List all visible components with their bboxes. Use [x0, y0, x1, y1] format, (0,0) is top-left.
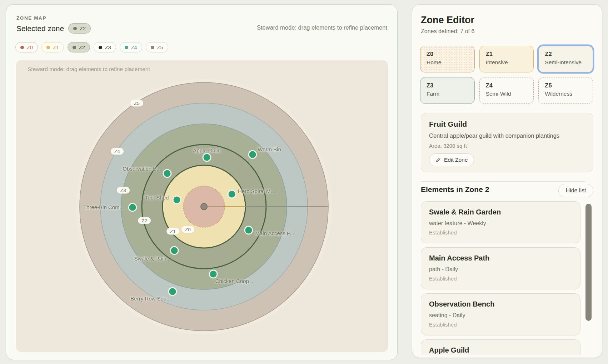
zone-card-grid: Z0HomeZ1IntensiveZ2Semi-IntensiveZ3FarmZ… — [420, 46, 593, 104]
zone-element-marker[interactable] — [170, 247, 178, 254]
legend-chip-label: Z5 — [157, 45, 163, 50]
zone-element-label: Berry Row Sou... — [130, 295, 171, 302]
element-title: Observation Bench — [429, 300, 572, 308]
legend-chip-label: Z3 — [105, 45, 111, 50]
zone-color-dot — [99, 46, 102, 49]
legend-chip-z4[interactable]: Z4 — [120, 42, 142, 52]
zone-color-dot — [73, 46, 76, 49]
hide-list-button[interactable]: Hide list — [558, 184, 593, 197]
legend-chip-z1[interactable]: Z1 — [41, 42, 64, 52]
zone-element-marker[interactable] — [209, 270, 217, 278]
element-card[interactable]: Swale & Rain Gardenwater feature - Weekl… — [421, 201, 580, 243]
zone-card-code: Z3 — [427, 82, 468, 89]
section-divider — [421, 181, 585, 182]
zone-color-dot — [73, 27, 77, 30]
zone-card-name: Semi-Intensive — [545, 59, 587, 66]
zone-editor-panel: Zone Editor Zones defined: 7 of 6 Z0Home… — [412, 4, 602, 358]
zone-element-marker[interactable] — [173, 196, 181, 204]
element-card[interactable]: Main Access Pathpath - DailyEstablished — [421, 247, 580, 289]
zone-element-label: Main Access P... — [255, 230, 294, 236]
element-card[interactable]: Observation Benchseating - DailyEstablis… — [421, 293, 580, 335]
zone-detail-card: Fruit Guild Central apple/pear guild wit… — [421, 113, 593, 172]
zone-card-code: Z4 — [486, 82, 528, 89]
legend-chip-label: Z0 — [27, 45, 33, 50]
zone-color-dot — [46, 46, 50, 49]
legend-chip-z5[interactable]: Z5 — [146, 42, 168, 52]
zone-ring-badge-z5: Z5 — [130, 100, 143, 107]
elements-in-zone-header: Elements in Zone 2 — [421, 185, 489, 194]
zone-element-label: Herb Spiral M... — [238, 188, 275, 194]
zone-element-marker[interactable] — [203, 153, 211, 161]
zone-card-z5[interactable]: Z5Wilderness — [538, 77, 593, 104]
element-status: Established — [429, 322, 572, 328]
element-status: Established — [429, 229, 572, 236]
zone-map-canvas[interactable]: Steward mode: drag elements to refine pl… — [16, 60, 388, 352]
zones-defined-count: Zones defined: 7 of 6 — [421, 28, 474, 35]
zone-ring-badge-z2: Z2 — [138, 217, 151, 224]
zone-card-code: Z1 — [486, 51, 528, 57]
element-title: Apple Guild — [429, 346, 572, 354]
zone-ring-badge-z4: Z4 — [111, 148, 124, 155]
legend-chip-label: Z2 — [79, 45, 85, 50]
zone-card-code: Z0 — [427, 51, 468, 57]
zone-element-marker[interactable] — [169, 288, 176, 295]
zone-element-label: Observation B... — [123, 166, 161, 172]
zone-card-name: Intensive — [486, 59, 528, 66]
zone-card-name: Wilderness — [545, 91, 587, 97]
legend-chip-z2[interactable]: Z2 — [68, 42, 90, 52]
zone-color-dot — [125, 46, 128, 49]
zone-element-label: Tool Shed — [145, 194, 169, 201]
selected-zone-chip-label: Z2 — [80, 26, 86, 31]
zone-element-label: Chicken Coop ... — [215, 278, 255, 284]
legend-chip-label: Z1 — [53, 45, 59, 50]
zone-card-z2[interactable]: Z2Semi-Intensive — [538, 46, 593, 72]
zone-card-z3[interactable]: Z3Farm — [420, 77, 475, 104]
canvas-steward-note: Steward mode: drag elements to refine pl… — [28, 66, 150, 72]
zone-card-name: Semi-Wild — [486, 91, 528, 97]
edit-zone-label: Edit Zone — [444, 157, 468, 163]
zone-detail-title: Fruit Guild — [429, 120, 585, 128]
zone-card-z0[interactable]: Z0Home — [420, 46, 475, 72]
element-meta: seating - Daily — [429, 312, 572, 319]
zone-card-z4[interactable]: Z4Semi-Wild — [479, 77, 534, 104]
zone-legend: Z0Z1Z2Z3Z4Z5 — [15, 42, 168, 52]
zone-element-marker[interactable] — [245, 226, 253, 234]
edit-zone-button[interactable]: Edit Zone — [429, 153, 474, 166]
zone-elements-list: Swale & Rain Gardenwater feature - Weekl… — [421, 201, 580, 355]
zone-element-marker[interactable] — [163, 170, 171, 177]
element-card[interactable]: Apple Guild — [421, 339, 580, 355]
zone-card-code: Z2 — [545, 51, 587, 57]
zone-card-name: Home — [427, 59, 468, 66]
zone-element-marker[interactable] — [228, 190, 236, 198]
zone-element-label: Worm Bin — [258, 146, 281, 152]
zone-map-kicker: ZONE MAP — [16, 15, 46, 21]
zone-element-marker[interactable] — [129, 203, 136, 211]
zone-element-label: Swale & Rain ... — [134, 256, 173, 262]
element-title: Swale & Rain Garden — [429, 208, 572, 216]
element-meta: path - Daily — [429, 266, 572, 273]
selected-zone-label: Selected zone — [16, 24, 64, 33]
editor-title: Zone Editor — [421, 15, 474, 26]
zone-element-label: Apple Guild — [193, 147, 221, 153]
zone-color-dot — [20, 46, 24, 49]
zone-detail-area: Area: 3200 sq ft — [429, 143, 585, 149]
zone-detail-description: Central apple/pear guild with companion … — [429, 132, 585, 139]
element-title: Main Access Path — [429, 254, 572, 262]
steward-mode-note: Steward mode: drag elements to refine pl… — [257, 24, 387, 31]
selected-zone-chip[interactable]: Z2 — [68, 23, 91, 34]
zone-card-name: Farm — [427, 91, 468, 97]
zone-ring-badge-z0: Z0 — [181, 226, 194, 233]
zone-map-panel: ZONE MAP Selected zone Z2 Steward mode: … — [6, 4, 398, 360]
legend-chip-z3[interactable]: Z3 — [94, 42, 116, 52]
zone-card-z1[interactable]: Z1Intensive — [479, 46, 534, 72]
elements-scrollbar[interactable] — [585, 204, 592, 321]
element-meta: water feature - Weekly — [429, 220, 572, 227]
zone-element-marker[interactable] — [249, 151, 256, 158]
element-status: Established — [429, 275, 572, 282]
map-center-dot — [201, 203, 207, 210]
pencil-icon — [435, 157, 441, 163]
legend-chip-z0[interactable]: Z0 — [15, 42, 38, 52]
zone-element-label: Three-Bin Com... — [83, 204, 124, 210]
zone-color-dot — [151, 46, 154, 49]
zone-ring-badge-z1: Z1 — [166, 228, 179, 235]
